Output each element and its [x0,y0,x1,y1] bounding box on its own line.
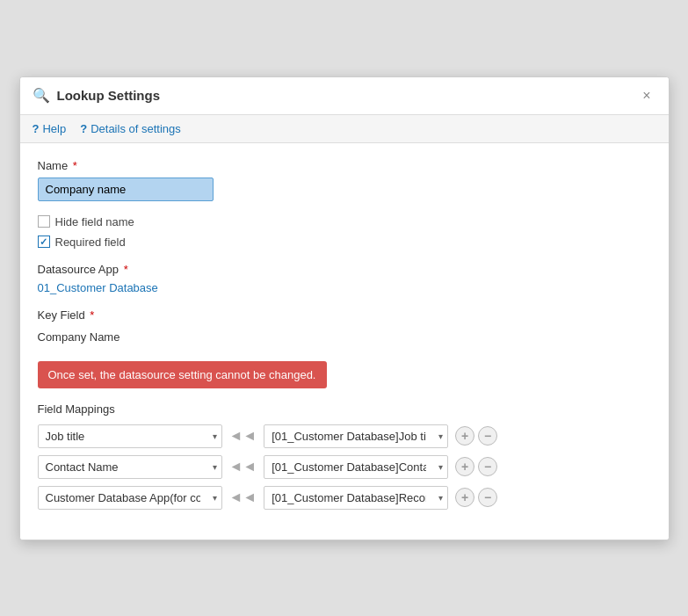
help-question-icon: ? [33,122,40,135]
mapping-right-select-wrapper-2: [01_Customer Database]Contact N... ▾ [264,455,448,479]
mapping-row-2: Contact Name ▾ ◄◄ [01_Customer Database]… [38,455,651,479]
mapping-btn-group-2: + − [455,457,497,476]
mapping-btn-group-3: + − [455,488,497,507]
field-mappings-section: Field Mappings Job title ▾ ◄◄ [01_Custom… [38,402,651,510]
mapping-left-select-3[interactable]: Customer Database App(for correle... [38,486,222,510]
remove-mapping-button-1[interactable]: − [478,426,497,446]
name-required-star: * [69,159,77,172]
mapping-left-select-wrapper-2: Contact Name ▾ [38,455,222,479]
checkboxes-section: Hide field name Required field [38,215,651,249]
dialog-content: Name * Hide field name Required field Da… [20,143,669,540]
datasource-value[interactable]: 01_Customer Database [38,281,158,294]
required-field-row: Required field [38,236,651,249]
mapping-left-select-1[interactable]: Job title [38,424,222,448]
name-label: Name * [38,159,651,172]
key-field-label: Key Field * [38,308,651,322]
lookup-settings-dialog: 🔍 Lookup Settings × ? Help ? Details of … [19,76,670,540]
double-left-arrow-icon-3: ◄◄ [229,489,257,505]
key-field-value: Company Name [38,327,651,347]
mapping-left-select-wrapper-3: Customer Database App(for correle... ▾ [38,486,222,510]
close-button[interactable]: × [637,86,655,105]
datasource-section: Datasource App * 01_Customer Database [38,263,651,294]
datasource-required-star: * [120,263,128,276]
mapping-right-select-wrapper-3: [01_Customer Database]Record nu... ▾ [264,486,448,510]
details-question-icon: ? [80,122,87,135]
hide-field-row: Hide field name [38,215,651,228]
key-field-section: Key Field * Company Name [38,308,651,347]
mapping-right-select-3[interactable]: [01_Customer Database]Record nu... [264,486,448,510]
remove-mapping-button-3[interactable]: − [478,488,497,507]
dialog-title: Lookup Settings [57,88,161,103]
hide-field-checkbox[interactable] [38,215,50,228]
name-input[interactable] [38,178,214,201]
required-field-label: Required field [55,236,126,249]
details-link[interactable]: ? Details of settings [80,122,181,135]
remove-mapping-button-2[interactable]: − [478,457,497,476]
name-section: Name * [38,159,651,201]
mapping-right-select-wrapper-1: [01_Customer Database]Job title ▾ [264,424,448,448]
double-left-arrow-icon-2: ◄◄ [229,459,257,475]
toolbar: ? Help ? Details of settings [20,115,669,143]
mapping-right-select-1[interactable]: [01_Customer Database]Job title [264,424,448,448]
add-mapping-button-1[interactable]: + [455,426,474,446]
hide-field-label: Hide field name [55,215,134,228]
mapping-left-select-2[interactable]: Contact Name [38,455,222,479]
help-link[interactable]: ? Help [33,122,67,135]
add-mapping-button-3[interactable]: + [455,488,474,507]
mapping-right-select-2[interactable]: [01_Customer Database]Contact N... [264,455,448,479]
field-mappings-label: Field Mappings [38,402,651,416]
lookup-icon: 🔍 [33,87,50,104]
header-left: 🔍 Lookup Settings [33,87,161,104]
mapping-left-select-wrapper-1: Job title ▾ [38,424,222,448]
warning-bar: Once set, the datasource setting cannot … [38,361,327,388]
mapping-row-3: Customer Database App(for correle... ▾ ◄… [38,486,651,510]
add-mapping-button-2[interactable]: + [455,457,474,476]
dialog-header: 🔍 Lookup Settings × [20,77,669,115]
double-left-arrow-icon-1: ◄◄ [229,428,257,444]
required-field-checkbox[interactable] [38,236,50,248]
mapping-row-1: Job title ▾ ◄◄ [01_Customer Database]Job… [38,424,651,448]
key-field-required-star: * [87,308,95,322]
mapping-btn-group-1: + − [455,426,497,446]
details-label: Details of settings [91,122,181,135]
datasource-label: Datasource App * [38,263,651,276]
help-label: Help [42,122,66,135]
